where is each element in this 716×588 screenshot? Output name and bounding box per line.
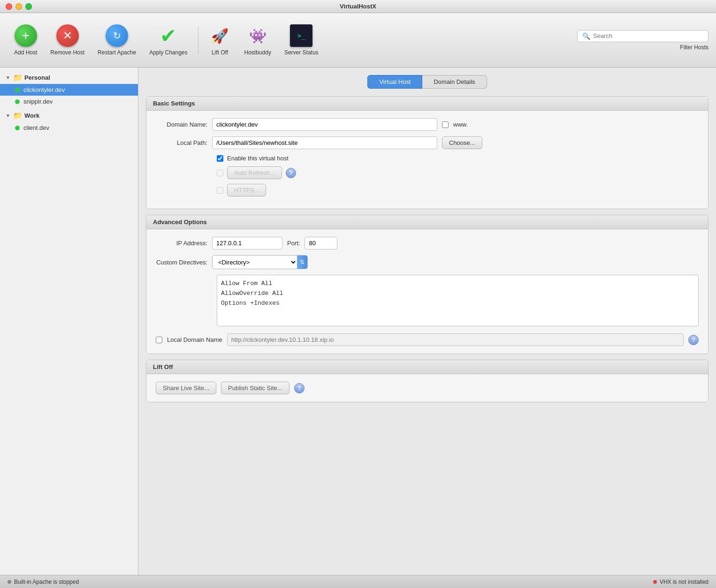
hostbuddy-button[interactable]: 👾 Hostbuddy — [238, 22, 278, 59]
publish-static-site-button[interactable]: Publish Static Site... — [221, 382, 289, 394]
https-button[interactable]: HTTPS... — [227, 184, 266, 196]
server-status-label: Server Status — [284, 49, 319, 56]
local-domain-help-button[interactable]: ? — [688, 335, 699, 345]
local-path-input[interactable] — [212, 136, 437, 149]
apply-changes-label: Apply Changes — [149, 49, 187, 56]
www-checkbox[interactable] — [442, 121, 449, 128]
port-input[interactable] — [305, 237, 337, 249]
toolbar: + Add Host ✕ Remove Host ↻ Restart Apach… — [0, 13, 716, 68]
sidebar-item-clickontyler[interactable]: clickontyler.dev — [0, 84, 138, 96]
https-row: HTTPS... — [156, 184, 699, 196]
lift-off-buttons: Share Live Site... Publish Static Site..… — [156, 382, 699, 394]
custom-directives-row: Custom Directives: <Directory> <VirtualH… — [156, 255, 699, 269]
vhx-status-text: VHX is not installed — [660, 579, 708, 585]
apache-status-dot — [8, 580, 11, 584]
custom-directives-select-wrapper[interactable]: <Directory> <VirtualHost> <Location> ⇅ — [212, 255, 308, 269]
sidebar-group-work-header[interactable]: ▼ 📁 Work — [0, 109, 138, 122]
lift-off-button[interactable]: 🚀 Lift Off — [202, 22, 238, 59]
sidebar-group-personal: ▼ 📁 Personal clickontyler.dev snipplr.de… — [0, 71, 138, 107]
window-title: VirtualHostX — [340, 3, 376, 10]
add-host-label: Add Host — [14, 49, 37, 56]
basic-settings-body: Domain Name: www. Local Path: Choose... … — [146, 111, 708, 209]
status-dot-green — [15, 126, 20, 130]
status-dot-green — [15, 99, 20, 104]
domain-name-input[interactable] — [212, 118, 437, 131]
hostbuddy-icon: 👾 — [246, 24, 269, 47]
lift-off-body: Share Live Site... Publish Static Site..… — [146, 374, 708, 402]
choose-button[interactable]: Choose... — [442, 136, 482, 149]
restart-apache-button[interactable]: ↻ Restart Apache — [91, 22, 143, 59]
enable-checkbox[interactable] — [217, 155, 223, 162]
remove-host-icon: ✕ — [56, 24, 79, 47]
hostbuddy-label: Hostbuddy — [244, 49, 271, 56]
sidebar-group-work-label: Work — [24, 112, 39, 119]
checkmark-icon: ✔ — [157, 24, 180, 47]
directives-textarea-wrapper: Allow From All AllowOverride All Options… — [156, 275, 699, 328]
basic-settings-panel: Basic Settings Domain Name: www. Local P… — [146, 96, 708, 209]
remove-host-button[interactable]: ✕ Remove Host — [44, 22, 91, 59]
apply-changes-button[interactable]: ✔ Apply Changes — [143, 22, 194, 59]
port-label: Port: — [287, 240, 300, 247]
window-controls[interactable] — [6, 3, 32, 10]
apache-status-text: Built-in Apache is stopped — [14, 579, 79, 585]
server-status-button[interactable]: >_ Server Status — [278, 22, 325, 59]
add-host-icon: + — [15, 24, 37, 47]
search-box[interactable]: 🔍 — [577, 30, 708, 42]
local-domain-label: Local Domain Name — [167, 336, 222, 343]
lift-off-label: Lift Off — [212, 49, 228, 56]
add-host-button[interactable]: + Add Host — [8, 22, 44, 59]
apply-changes-icon: ✔ — [157, 24, 180, 47]
sidebar-group-work: ▼ 📁 Work client.dev — [0, 109, 138, 134]
folder-icon: 📁 — [13, 73, 23, 82]
title-bar: VirtualHostX — [0, 0, 716, 13]
sidebar-item-client[interactable]: client.dev — [0, 122, 138, 134]
tab-virtual-host[interactable]: Virtual Host — [367, 75, 422, 89]
select-arrows-icon: ⇅ — [297, 256, 307, 269]
chevron-down-icon: ▼ — [6, 113, 10, 118]
toolbar-right: 🔍 Filter Hosts — [577, 30, 708, 51]
toolbar-separator-1 — [198, 26, 198, 54]
lift-off-help-button[interactable]: ? — [294, 383, 305, 393]
minimize-button[interactable] — [15, 3, 22, 10]
sidebar-item-snipplr[interactable]: snipplr.dev — [0, 96, 138, 107]
tab-domain-details[interactable]: Domain Details — [422, 75, 487, 89]
local-path-row: Local Path: Choose... — [156, 136, 699, 149]
local-domain-checkbox[interactable] — [156, 337, 162, 343]
advanced-options-body: IP Address: Port: Custom Directives: <Di… — [146, 229, 708, 354]
lift-off-panel: Lift Off Share Live Site... Publish Stat… — [146, 360, 708, 402]
right-panel: Virtual Host Domain Details Basic Settin… — [138, 68, 716, 575]
status-left: Built-in Apache is stopped — [8, 579, 79, 585]
maximize-button[interactable] — [25, 3, 32, 10]
auto-refresh-button[interactable]: Auto Refresh... — [227, 166, 282, 179]
auto-refresh-checkbox[interactable] — [217, 170, 223, 176]
domain-name-label: Domain Name: — [156, 121, 207, 128]
filter-hosts-label: Filter Hosts — [680, 44, 708, 51]
custom-directives-select[interactable]: <Directory> <VirtualHost> <Location> — [213, 256, 297, 269]
search-icon: 🔍 — [582, 32, 590, 40]
domain-name-row: Domain Name: www. — [156, 118, 699, 131]
tab-switcher: Virtual Host Domain Details — [146, 75, 708, 89]
search-input[interactable] — [593, 32, 703, 39]
ip-port-row: IP Address: Port: — [156, 237, 699, 249]
status-right: VHX is not installed — [653, 579, 708, 585]
share-live-site-button[interactable]: Share Live Site... — [156, 382, 216, 394]
lift-off-icon: 🚀 — [209, 24, 231, 47]
ip-address-input[interactable] — [212, 237, 282, 249]
advanced-options-header: Advanced Options — [146, 215, 708, 229]
sidebar-item-client-label: client.dev — [23, 124, 49, 131]
sidebar-group-personal-header[interactable]: ▼ 📁 Personal — [0, 71, 138, 84]
status-bar: Built-in Apache is stopped VHX is not in… — [0, 575, 716, 588]
advanced-options-panel: Advanced Options IP Address: Port: Custo… — [146, 215, 708, 354]
rocket-icon: 🚀 — [209, 24, 231, 47]
refresh-icon: ↻ — [106, 24, 128, 47]
directives-textarea[interactable]: Allow From All AllowOverride All Options… — [217, 275, 699, 326]
local-domain-name-row: Local Domain Name ? — [156, 333, 699, 346]
local-domain-input[interactable] — [227, 333, 684, 346]
enable-row: Enable this virtual host — [156, 155, 699, 162]
lift-off-header: Lift Off — [146, 360, 708, 374]
auto-refresh-help-button[interactable]: ? — [286, 168, 296, 178]
https-checkbox[interactable] — [217, 187, 223, 194]
close-button[interactable] — [6, 3, 12, 10]
status-dot-green — [15, 88, 20, 92]
sidebar-group-personal-label: Personal — [24, 74, 50, 81]
